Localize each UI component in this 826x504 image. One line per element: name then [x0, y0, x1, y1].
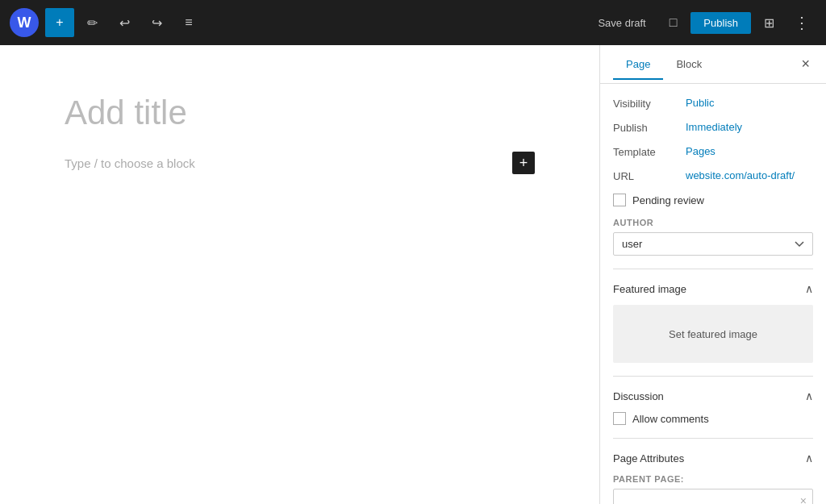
author-section: AUTHOR user — [613, 218, 813, 256]
featured-image-title: Featured image — [613, 283, 686, 295]
pending-review-checkbox[interactable] — [613, 194, 626, 206]
settings-icon: ⊞ — [764, 16, 774, 30]
visibility-value[interactable]: Public — [686, 97, 714, 109]
list-view-button[interactable]: ≡ — [174, 8, 203, 37]
more-options-button[interactable]: ⋮ — [787, 8, 816, 37]
parent-page-label: PARENT PAGE: — [613, 474, 813, 484]
url-row: URL website.com/auto-draft/ — [613, 169, 813, 182]
url-value[interactable]: website.com/auto-draft/ — [686, 169, 795, 181]
visibility-row: Visibility Public — [613, 97, 813, 110]
featured-image-header[interactable]: Featured image ∧ — [613, 282, 813, 295]
featured-image-chevron: ∧ — [805, 282, 813, 295]
undo-icon: ↩ — [119, 15, 130, 31]
featured-image-section: Featured image ∧ Set featured image — [613, 282, 813, 363]
pending-review-row: Pending review — [613, 194, 813, 206]
settings-button[interactable]: ⊞ — [757, 10, 781, 35]
visibility-label: Visibility — [613, 97, 686, 110]
publish-button[interactable]: Publish — [690, 12, 751, 34]
save-draft-button[interactable]: Save draft — [588, 12, 655, 34]
discussion-header[interactable]: Discussion ∧ — [613, 389, 813, 402]
allow-comments-checkbox[interactable] — [613, 412, 626, 425]
divider-discussion — [613, 376, 813, 377]
edit-button[interactable]: ✏ — [77, 8, 106, 37]
page-attributes-title: Page Attributes — [613, 452, 684, 464]
sidebar-body: Visibility Public Publish Immediately Te… — [600, 84, 826, 504]
parent-page-input[interactable] — [613, 489, 813, 504]
toolbar: W + ✏ ↩ ↪ ≡ Save draft □ Publish ⊞ ⋮ — [0, 0, 826, 45]
sidebar-tabs: Page Block — [613, 48, 798, 80]
sidebar-header: Page Block × — [600, 45, 826, 84]
close-icon: × — [801, 56, 810, 72]
preview-button[interactable]: □ — [662, 10, 685, 35]
main-layout: Add title Type / to choose a block + Pag… — [0, 45, 826, 504]
title-input[interactable]: Add title — [65, 94, 535, 132]
template-row: Template Pages — [613, 145, 813, 158]
author-select[interactable]: user — [613, 232, 813, 256]
parent-page-clear-button[interactable]: × — [800, 494, 807, 505]
page-attributes-section: Page Attributes ∧ PARENT PAGE: × — [613, 452, 813, 504]
body-placeholder[interactable]: Type / to choose a block — [65, 156, 195, 170]
preview-icon: □ — [670, 15, 678, 29]
divider-featured — [613, 269, 813, 269]
discussion-title: Discussion — [613, 390, 664, 402]
redo-button[interactable]: ↪ — [142, 8, 171, 37]
url-label: URL — [613, 169, 686, 182]
allow-comments-row: Allow comments — [613, 412, 813, 425]
redo-icon: ↪ — [152, 15, 162, 31]
template-label: Template — [613, 145, 686, 158]
editor-area: Add title Type / to choose a block + — [0, 45, 599, 504]
publish-value[interactable]: Immediately — [686, 121, 742, 133]
publish-row: Publish Immediately — [613, 121, 813, 134]
divider-page-attr — [613, 438, 813, 439]
set-featured-image-button[interactable]: Set featured image — [613, 305, 813, 363]
wp-logo: W — [10, 8, 39, 37]
sidebar: Page Block × Visibility Public Publish I… — [599, 45, 826, 504]
add-block-inline-button[interactable]: + — [512, 152, 535, 174]
tab-block[interactable]: Block — [663, 48, 715, 80]
discussion-chevron: ∧ — [805, 389, 813, 402]
toolbar-right: Save draft □ Publish ⊞ ⋮ — [588, 8, 816, 37]
discussion-section: Discussion ∧ Allow comments — [613, 389, 813, 425]
pencil-icon: ✏ — [87, 15, 98, 31]
parent-page-input-wrap: × — [613, 489, 813, 504]
more-icon: ⋮ — [794, 14, 810, 31]
body-area: Type / to choose a block + — [65, 152, 535, 174]
page-attributes-chevron: ∧ — [805, 452, 813, 464]
clear-icon: × — [800, 494, 807, 505]
list-icon: ≡ — [185, 15, 192, 30]
author-label: AUTHOR — [613, 218, 813, 227]
add-block-button[interactable]: + — [45, 8, 74, 37]
allow-comments-label: Allow comments — [632, 413, 709, 425]
undo-button[interactable]: ↩ — [110, 8, 139, 37]
sidebar-close-button[interactable]: × — [798, 52, 813, 76]
page-attributes-header[interactable]: Page Attributes ∧ — [613, 452, 813, 464]
tab-page[interactable]: Page — [613, 48, 663, 80]
publish-label: Publish — [613, 121, 686, 134]
template-value[interactable]: Pages — [686, 145, 715, 157]
pending-review-label: Pending review — [632, 194, 704, 206]
